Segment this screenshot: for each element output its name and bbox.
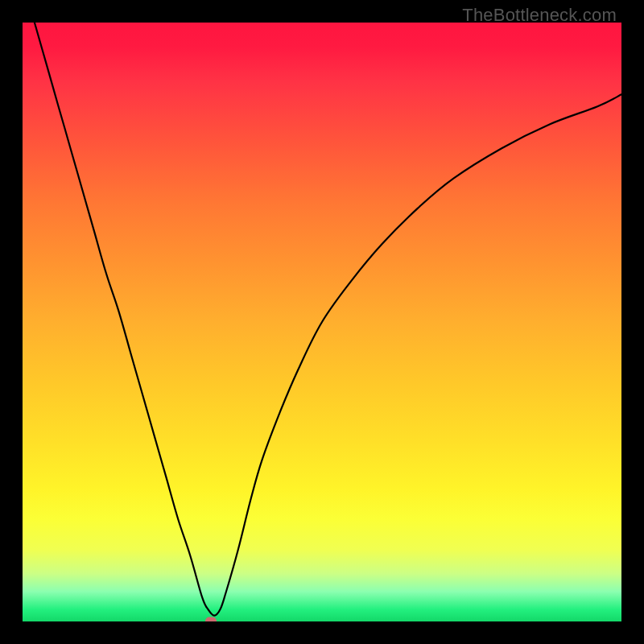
plot-area <box>23 23 621 621</box>
bottleneck-curve <box>23 23 621 621</box>
optimal-point-marker <box>205 617 217 622</box>
chart-frame: TheBottleneck.com <box>0 0 644 644</box>
